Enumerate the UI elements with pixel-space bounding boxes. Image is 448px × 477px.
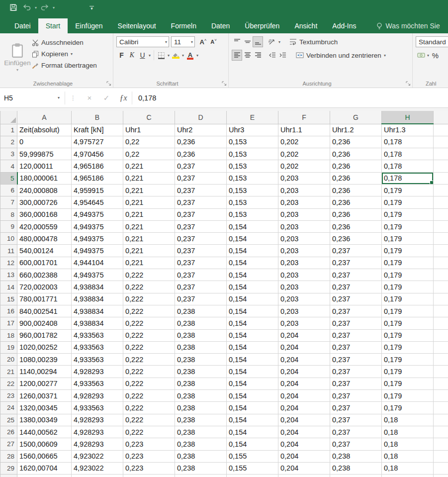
cell-F7[interactable]: 0,203 [278, 196, 330, 208]
cell-C5[interactable]: 0,221 [123, 172, 175, 184]
redo-button[interactable] [38, 1, 52, 13]
cell-F22[interactable]: 0,204 [278, 378, 330, 389]
cell-partial-6[interactable] [434, 184, 448, 196]
cell-C21[interactable]: 0,222 [123, 366, 175, 378]
cell-C28[interactable]: 0,223 [123, 450, 175, 462]
cell-H10[interactable]: 0,179 [382, 233, 434, 245]
number-format-combobox[interactable]: Standard ▾ [416, 36, 448, 47]
row-header-8[interactable]: 8 [0, 208, 17, 220]
row-header-23[interactable]: 23 [0, 390, 17, 402]
cell-E19[interactable]: 0,154 [227, 341, 278, 353]
row-header-5[interactable]: 5 [0, 172, 17, 184]
cut-button[interactable]: Ausschneiden [32, 37, 97, 48]
cell-H2[interactable]: 0,178 [382, 136, 434, 148]
cell-D25[interactable]: 0,238 [175, 414, 227, 426]
increase-indent-button[interactable] [277, 50, 288, 61]
cell-H11[interactable]: 0,179 [382, 245, 434, 257]
column-header-partial[interactable] [434, 111, 448, 124]
format-painter-button[interactable]: Format übertragen [32, 60, 97, 71]
italic-button[interactable]: K [127, 50, 137, 61]
cell-C27[interactable]: 0,223 [123, 438, 175, 450]
cell-H23[interactable]: 0,179 [382, 390, 434, 402]
font-name-combobox[interactable]: Calibri ▾ [116, 36, 169, 47]
align-left-button[interactable] [232, 50, 242, 61]
cell-E18[interactable]: 0,154 [227, 329, 278, 341]
cell-B10[interactable]: 4,949375 [72, 233, 123, 245]
cell-H21[interactable]: 0,179 [382, 366, 434, 378]
enter-button[interactable]: ✓ [98, 94, 115, 102]
cell-E4[interactable]: 0,153 [227, 160, 278, 172]
cell-F1[interactable]: Uhr1.1 [278, 124, 330, 136]
tab-formeln[interactable]: Formeln [164, 18, 204, 33]
cell-A25[interactable]: 1380,00349 [17, 414, 72, 426]
cell-D7[interactable]: 0,237 [175, 196, 227, 208]
wrap-text-button[interactable]: Textumbruch [289, 38, 338, 46]
font-color-button[interactable]: A [185, 50, 195, 61]
cell-B24[interactable]: 4,933563 [72, 402, 123, 414]
cell-H16[interactable]: 0,179 [382, 305, 434, 317]
cell-A20[interactable]: 1080,00239 [17, 354, 72, 366]
clipboard-dialog-launcher-icon[interactable] [106, 81, 111, 86]
row-header-17[interactable]: 17 [0, 317, 17, 329]
cell-D5[interactable]: 0,237 [175, 172, 227, 184]
copy-button[interactable]: Kopieren ▾ [32, 48, 97, 60]
cell-A30[interactable]: 1680,00712 [17, 475, 72, 477]
undo-dropdown[interactable]: ▾ [34, 5, 38, 10]
underline-button[interactable]: U [137, 50, 148, 61]
cell-E20[interactable]: 0,154 [227, 354, 278, 366]
cell-B11[interactable]: 4,949375 [72, 245, 123, 257]
cell-E30[interactable]: 0,155 [227, 475, 278, 477]
cell-E1[interactable]: Uhr3 [227, 124, 278, 136]
cell-H14[interactable]: 0,179 [382, 281, 434, 293]
cell-D18[interactable]: 0,238 [175, 329, 227, 341]
cell-partial-2[interactable] [434, 136, 448, 148]
cell-H20[interactable]: 0,179 [382, 354, 434, 366]
cell-E13[interactable]: 0,154 [227, 269, 278, 281]
cell-A21[interactable]: 1140,00294 [17, 366, 72, 378]
percent-style-button[interactable]: % [430, 50, 441, 61]
cell-B27[interactable]: 4,928293 [72, 438, 123, 450]
cell-C19[interactable]: 0,222 [123, 341, 175, 353]
cell-H30[interactable]: 0,18 [382, 475, 434, 477]
cell-H22[interactable]: 0,179 [382, 378, 434, 389]
cell-H26[interactable]: 0,18 [382, 426, 434, 438]
cell-G24[interactable]: 0,237 [330, 402, 382, 414]
cell-A4[interactable]: 120,00011 [17, 160, 72, 172]
cell-F6[interactable]: 0,203 [278, 184, 330, 196]
cell-G26[interactable]: 0,237 [330, 426, 382, 438]
cell-F29[interactable]: 0,204 [278, 462, 330, 474]
cell-F26[interactable]: 0,204 [278, 426, 330, 438]
cell-E28[interactable]: 0,155 [227, 450, 278, 462]
cell-E16[interactable]: 0,154 [227, 305, 278, 317]
cell-H8[interactable]: 0,179 [382, 208, 434, 220]
row-header-7[interactable]: 7 [0, 196, 17, 208]
paste-button[interactable]: Einfügen ▾ [3, 36, 32, 79]
cell-D2[interactable]: 0,236 [175, 136, 227, 148]
cell-partial-20[interactable] [434, 354, 448, 366]
cell-D9[interactable]: 0,237 [175, 220, 227, 232]
cell-C26[interactable]: 0,222 [123, 426, 175, 438]
cell-partial-24[interactable] [434, 402, 448, 414]
cell-E6[interactable]: 0,153 [227, 184, 278, 196]
cell-B3[interactable]: 4,970456 [72, 148, 123, 160]
cell-C24[interactable]: 0,222 [123, 402, 175, 414]
cell-D15[interactable]: 0,237 [175, 293, 227, 305]
row-header-2[interactable]: 2 [0, 136, 17, 148]
cell-G14[interactable]: 0,237 [330, 281, 382, 293]
currency-dropdown-icon[interactable]: ▾ [426, 53, 430, 58]
cell-G25[interactable]: 0,237 [330, 414, 382, 426]
cell-A18[interactable]: 960,001782 [17, 329, 72, 341]
borders-button[interactable] [156, 50, 167, 61]
column-header-F[interactable]: F [278, 111, 330, 124]
cell-B18[interactable]: 4,933563 [72, 329, 123, 341]
cell-D26[interactable]: 0,238 [175, 426, 227, 438]
fill-color-button[interactable] [171, 50, 181, 61]
formula-bar-drag-handle[interactable]: ⋮ [65, 95, 81, 101]
cell-F19[interactable]: 0,204 [278, 341, 330, 353]
row-header-18[interactable]: 18 [0, 329, 17, 341]
cell-E26[interactable]: 0,154 [227, 426, 278, 438]
cell-G21[interactable]: 0,237 [330, 366, 382, 378]
cell-B23[interactable]: 4,928293 [72, 390, 123, 402]
cell-partial-11[interactable] [434, 245, 448, 257]
cell-G13[interactable]: 0,237 [330, 269, 382, 281]
